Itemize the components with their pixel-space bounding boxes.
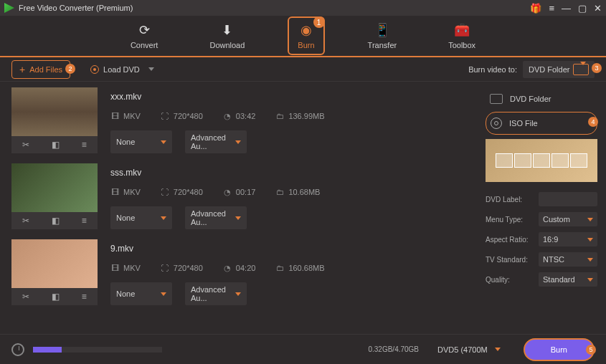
nav-download-label: Download bbox=[209, 41, 245, 49]
settings-icon[interactable]: ≡ bbox=[82, 216, 87, 226]
chevron-down-icon bbox=[148, 67, 154, 71]
preview-frame bbox=[551, 153, 569, 168]
app-logo-icon bbox=[4, 3, 14, 13]
aspect-value: 16:9 bbox=[543, 235, 558, 244]
subtitle-select[interactable]: None bbox=[110, 130, 172, 153]
schedule-icon[interactable] bbox=[11, 343, 24, 356]
file-item: ✂ ◧ ≡ 9.mkv 🎞MKV ⛶720*480 ◔04:20 🗀160.68… bbox=[11, 239, 465, 305]
app-title: Free Video Converter (Premium) bbox=[19, 4, 530, 12]
minimize-icon[interactable]: — bbox=[562, 3, 571, 14]
burn-button[interactable]: Burn 5 bbox=[524, 338, 595, 361]
subtitle-value: None bbox=[116, 214, 135, 222]
file-name: 9.mkv bbox=[110, 244, 465, 254]
subtitle-select[interactable]: None bbox=[110, 206, 172, 229]
film-icon: 🎞 bbox=[110, 264, 119, 272]
file-resolution: 720*480 bbox=[174, 264, 203, 272]
preview-frame bbox=[514, 153, 531, 168]
nav-toolbox[interactable]: 🧰 Toolbox bbox=[440, 18, 484, 54]
plus-icon: + bbox=[19, 64, 25, 75]
settings-icon[interactable]: ≡ bbox=[82, 140, 87, 150]
chevron-down-icon bbox=[587, 278, 593, 282]
sidebar-option-label: ISO File bbox=[509, 119, 538, 128]
menu-icon[interactable]: ≡ bbox=[549, 3, 554, 14]
disc-type-value: DVD5 (4700M bbox=[437, 345, 488, 354]
dvd-label-label: DVD Label: bbox=[486, 196, 533, 203]
step-badge-4: 4 bbox=[588, 117, 598, 127]
file-list: ✂ ◧ ≡ xxx.mkv 🎞MKV ⛶720*480 ◔03:42 🗀136.… bbox=[0, 82, 477, 340]
maximize-icon[interactable]: ▢ bbox=[578, 3, 587, 14]
burn-to-select[interactable]: DVD Folder 3 bbox=[523, 61, 595, 78]
clock-icon: ◔ bbox=[223, 112, 232, 120]
file-item: ✂ ◧ ≡ sss.mkv 🎞MKV ⛶720*480 ◔00:17 🗀10.6… bbox=[11, 163, 465, 229]
cut-icon[interactable]: ✂ bbox=[22, 140, 29, 150]
crop-icon[interactable]: ◧ bbox=[52, 140, 60, 150]
convert-icon: ⟳ bbox=[139, 22, 150, 38]
gift-icon[interactable]: 🎁 bbox=[530, 3, 541, 14]
menu-type-value: Custom bbox=[543, 215, 570, 224]
nav-burn[interactable]: ◉ Burn 1 bbox=[288, 16, 324, 55]
sidebar-option-dvd-folder[interactable]: DVD Folder bbox=[486, 89, 597, 109]
close-icon[interactable]: ✕ bbox=[594, 3, 602, 14]
audio-select[interactable]: Advanced Au... bbox=[185, 130, 247, 153]
thumbnail[interactable] bbox=[11, 87, 98, 136]
thumbnail[interactable] bbox=[11, 163, 98, 212]
nav-download[interactable]: ⬇ Download bbox=[201, 18, 253, 54]
nav-convert-label: Convert bbox=[131, 41, 158, 49]
progress-bar bbox=[33, 347, 162, 353]
chevron-down-icon bbox=[495, 348, 501, 351]
preview-frame bbox=[570, 153, 587, 168]
step-badge-1: 1 bbox=[313, 16, 325, 28]
disc-icon bbox=[491, 118, 502, 129]
aspect-select[interactable]: 16:9 bbox=[539, 232, 597, 246]
nav-transfer[interactable]: 📱 Transfer bbox=[359, 18, 406, 54]
film-icon: 🎞 bbox=[110, 112, 119, 120]
thumbnail-tools: ✂ ◧ ≡ bbox=[11, 136, 98, 153]
menu-preview[interactable] bbox=[486, 139, 597, 182]
chevron-down-icon bbox=[161, 140, 166, 144]
download-icon: ⬇ bbox=[222, 22, 232, 38]
crop-icon[interactable]: ◧ bbox=[52, 216, 60, 226]
burn-to-label: Burn video to: bbox=[468, 65, 517, 74]
sidebar-option-iso-file[interactable]: ISO File 4 bbox=[486, 112, 597, 135]
audio-select[interactable]: Advanced Au... bbox=[185, 282, 247, 305]
menu-type-select[interactable]: Custom bbox=[539, 212, 597, 226]
film-icon: 🎞 bbox=[110, 188, 119, 196]
load-dvd-button[interactable]: Load DVD bbox=[90, 65, 154, 74]
tv-standard-select[interactable]: NTSC bbox=[539, 252, 597, 267]
quality-select[interactable]: Standard bbox=[539, 272, 597, 287]
cut-icon[interactable]: ✂ bbox=[22, 216, 29, 226]
chevron-down-icon bbox=[235, 216, 241, 220]
dvd-label-input[interactable] bbox=[539, 192, 597, 206]
file-name: xxx.mkv bbox=[110, 92, 465, 102]
settings-icon[interactable]: ≡ bbox=[82, 292, 87, 302]
burn-button-label: Burn bbox=[551, 345, 567, 354]
cut-icon[interactable]: ✂ bbox=[22, 292, 29, 302]
main-nav: ⟳ Convert ⬇ Download ◉ Burn 1 📱 Transfer… bbox=[0, 16, 606, 57]
file-resolution: 720*480 bbox=[174, 188, 203, 196]
disc-type-select[interactable]: DVD5 (4700M bbox=[437, 345, 501, 354]
subtitle-value: None bbox=[116, 138, 135, 146]
resolution-icon: ⛶ bbox=[161, 112, 169, 120]
chevron-down-icon bbox=[587, 218, 593, 221]
thumbnail-tools: ✂ ◧ ≡ bbox=[11, 212, 98, 229]
audio-value: Advanced Au... bbox=[191, 133, 235, 150]
nav-convert[interactable]: ⟳ Convert bbox=[122, 18, 167, 54]
file-meta: sss.mkv 🎞MKV ⛶720*480 ◔00:17 🗀10.68MB No… bbox=[110, 163, 465, 229]
step-badge-2: 2 bbox=[65, 64, 75, 74]
transfer-icon: 📱 bbox=[374, 22, 390, 38]
audio-select[interactable]: Advanced Au... bbox=[185, 206, 247, 229]
chevron-down-icon bbox=[235, 140, 241, 144]
thumbnail-tools: ✂ ◧ ≡ bbox=[11, 288, 98, 305]
crop-icon[interactable]: ◧ bbox=[52, 292, 60, 302]
tv-standard-value: NTSC bbox=[543, 255, 564, 264]
burn-to-value: DVD Folder bbox=[529, 65, 569, 74]
file-size: 160.68MB bbox=[288, 264, 324, 272]
file-resolution: 720*480 bbox=[174, 112, 203, 120]
toolbox-icon: 🧰 bbox=[454, 22, 470, 38]
burn-icon: ◉ bbox=[300, 22, 312, 38]
thumbnail[interactable] bbox=[11, 239, 98, 288]
aspect-label: Aspect Ratio: bbox=[486, 236, 533, 244]
subtitle-select[interactable]: None bbox=[110, 282, 172, 305]
clock-icon: ◔ bbox=[223, 264, 232, 272]
add-files-button[interactable]: + Add Files 2 bbox=[11, 60, 70, 79]
